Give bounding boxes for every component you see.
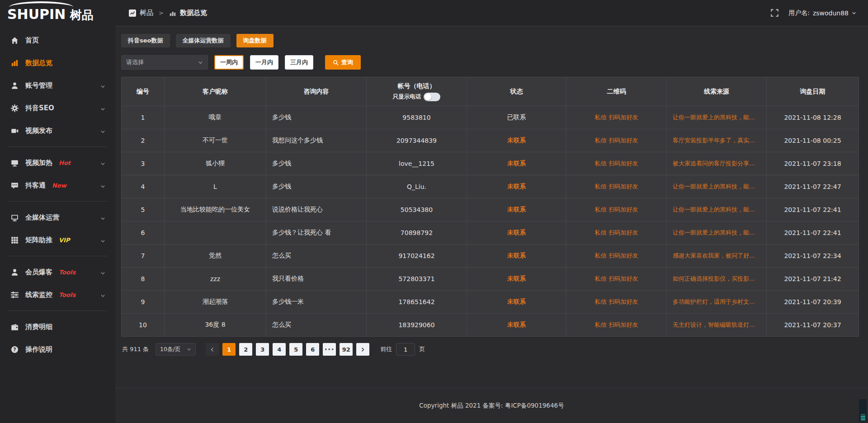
cell-account: 917024162 bbox=[367, 244, 467, 268]
lead-source-link[interactable]: 让你一眼就爱上的黑科技，能... bbox=[673, 183, 755, 190]
next-page-button[interactable] bbox=[356, 343, 369, 356]
private-message-link[interactable]: 私信 bbox=[595, 252, 607, 259]
private-message-link[interactable]: 私信 bbox=[595, 206, 607, 213]
private-message-link[interactable]: 私信 bbox=[595, 229, 607, 236]
sidebar-item-home[interactable]: 首页 bbox=[0, 29, 115, 52]
lead-source-link[interactable]: 让你一眼就爱上的黑科技，能... bbox=[673, 114, 755, 121]
lead-source-link[interactable]: 让你一眼就爱上的黑科技，能... bbox=[673, 229, 755, 236]
footer: Copyright 树品 2021 备案号: 粤ICP备09019646号 bbox=[115, 388, 868, 423]
tab-douyin-seo-data[interactable]: 抖音seo数据 bbox=[121, 34, 170, 47]
table-row: 6多少钱？让我死心 看70898792未联系私信扫码加好友让你一眼就爱上的黑科技… bbox=[122, 221, 859, 244]
page-button-2[interactable]: 2 bbox=[239, 343, 252, 356]
private-message-link[interactable]: 私信 bbox=[595, 321, 607, 328]
page-button-92[interactable]: 92 bbox=[340, 343, 353, 356]
sidebar-item-label: 会员爆客 bbox=[25, 268, 52, 277]
prev-page-button[interactable] bbox=[206, 343, 219, 356]
cell-qrcode: 私信扫码加好友 bbox=[566, 152, 667, 175]
private-message-link[interactable]: 私信 bbox=[595, 160, 607, 167]
phone-toggle-row: 只显示电话 bbox=[367, 93, 467, 101]
cell-qrcode: 私信扫码加好友 bbox=[566, 129, 667, 152]
private-message-link[interactable]: 私信 bbox=[595, 298, 607, 305]
topbar: 树品 > 数据总览 用户名: zswodun88 bbox=[115, 0, 868, 26]
scan-add-friend-link[interactable]: 扫码加好友 bbox=[609, 252, 638, 259]
sidebar-item-consume-detail[interactable]: 消费明细 bbox=[0, 315, 115, 338]
sidebar-item-douyin-seo[interactable]: 抖音SEO bbox=[0, 97, 115, 119]
chevron-down-icon bbox=[852, 11, 856, 15]
cell-qrcode: 私信扫码加好友 bbox=[566, 244, 667, 268]
page-button-3[interactable]: 3 bbox=[256, 343, 269, 356]
tab-media-ops-data[interactable]: 全媒体运营数据 bbox=[176, 34, 231, 47]
sidebar-item-account-manage[interactable]: 账号管理 bbox=[0, 74, 115, 97]
lead-source-link[interactable]: 无主灯设计，智能磁吸轨道灯... bbox=[673, 321, 755, 328]
lead-source-link[interactable]: 让你一眼就爱上的黑科技，能... bbox=[673, 206, 755, 213]
sidebar-item-data-overview[interactable]: 数据总览 bbox=[0, 52, 115, 74]
lead-source-link[interactable]: 被大家追着问的客厅投影分享... bbox=[673, 160, 755, 167]
table-row: 1哦章多少钱9583810已联系私信扫码加好友让你一眼就爱上的黑科技，能...2… bbox=[122, 106, 859, 129]
scan-add-friend-link[interactable]: 扫码加好友 bbox=[609, 321, 638, 328]
sidebar-item-douketong[interactable]: 抖客通New bbox=[0, 174, 115, 197]
page-button-1[interactable]: 1 bbox=[222, 343, 236, 356]
scan-add-friend-link[interactable]: 扫码加好友 bbox=[609, 298, 638, 305]
page-ellipsis-button[interactable]: ••• bbox=[323, 343, 336, 356]
page-buttons: 123456•••92 bbox=[219, 343, 353, 356]
sidebar-item-member-burst[interactable]: 会员爆客Tools bbox=[0, 261, 115, 283]
cell-qrcode: 私信扫码加好友 bbox=[566, 106, 667, 129]
sidebar-item-matrix-boost[interactable]: 矩阵助推VIP bbox=[0, 229, 115, 251]
fullscreen-icon[interactable] bbox=[771, 9, 778, 17]
page-size-select[interactable]: 10条/页 bbox=[156, 343, 196, 356]
table-row: 1036度 8怎么买183929060未联系私信扫码加好友无主灯设计，智能磁吸轨… bbox=[122, 314, 859, 337]
range-button-0[interactable]: 一周内 bbox=[214, 55, 244, 70]
overlay-widget bbox=[859, 399, 867, 422]
page-button-6[interactable]: 6 bbox=[306, 343, 319, 356]
page-button-4[interactable]: 4 bbox=[273, 343, 286, 356]
chevron-down-icon bbox=[100, 160, 105, 165]
lead-source-link[interactable]: 多功能护栏灯，适用于乡村文... bbox=[673, 298, 755, 305]
sidebar-item-video-heat[interactable]: 视频加热Hot bbox=[0, 151, 115, 174]
private-message-link[interactable]: 私信 bbox=[595, 183, 607, 190]
private-message-link[interactable]: 私信 bbox=[595, 137, 607, 144]
tab-inquiry-data[interactable]: 询盘数据 bbox=[236, 34, 274, 47]
private-message-link[interactable]: 私信 bbox=[595, 275, 607, 282]
goto-page-input[interactable] bbox=[396, 343, 415, 356]
chevron-down-icon bbox=[100, 183, 105, 188]
cell-index: 7 bbox=[122, 244, 165, 268]
range-button-2[interactable]: 三月内 bbox=[285, 55, 313, 70]
scan-add-friend-link[interactable]: 扫码加好友 bbox=[609, 137, 638, 144]
sidebar-item-label: 首页 bbox=[25, 36, 39, 45]
search-button[interactable]: 查询 bbox=[325, 55, 361, 70]
sidebar-item-media-ops[interactable]: 全媒体运营 bbox=[0, 206, 115, 229]
sidebar-item-badge: New bbox=[52, 182, 66, 189]
breadcrumb: 树品 > 数据总览 bbox=[129, 9, 207, 17]
pagination-total: 共 911 条 bbox=[122, 345, 149, 353]
scan-add-friend-link[interactable]: 扫码加好友 bbox=[609, 160, 638, 167]
lead-source-link[interactable]: 感谢大家喜欢我家，被问了好... bbox=[673, 252, 755, 259]
lead-source-link[interactable]: 如何正确选择投影仪，买投影... bbox=[673, 275, 755, 282]
scan-add-friend-link[interactable]: 扫码加好友 bbox=[609, 183, 638, 190]
cell-date: 2021-11-07 22:41 bbox=[767, 221, 859, 244]
page-size-value: 10条/页 bbox=[160, 346, 180, 353]
sidebar-item-label: 数据总览 bbox=[25, 59, 52, 67]
sidebar-item-video-publish[interactable]: 视频发布 bbox=[0, 119, 115, 142]
private-message-link[interactable]: 私信 bbox=[595, 114, 607, 121]
user-menu[interactable]: 用户名: zswodun88 bbox=[788, 9, 856, 17]
range-button-1[interactable]: 一月内 bbox=[250, 55, 278, 70]
page-button-5[interactable]: 5 bbox=[289, 343, 302, 356]
filter-select[interactable]: 请选择 bbox=[121, 55, 208, 70]
filter-select-placeholder: 请选择 bbox=[126, 58, 144, 66]
breadcrumb-separator: > bbox=[159, 9, 164, 16]
scan-add-friend-link[interactable]: 扫码加好友 bbox=[609, 229, 638, 236]
sidebar-item-clue-monitor[interactable]: 线索监控Tools bbox=[0, 283, 115, 306]
cell-account: love__1215 bbox=[367, 152, 467, 175]
scan-add-friend-link[interactable]: 扫码加好友 bbox=[609, 275, 638, 282]
cell-content: 我想问这个多少钱 bbox=[266, 129, 367, 152]
column-header-label: 状态 bbox=[510, 88, 523, 95]
scan-add-friend-link[interactable]: 扫码加好友 bbox=[609, 114, 638, 121]
scan-add-friend-link[interactable]: 扫码加好友 bbox=[609, 206, 638, 213]
lead-source-link[interactable]: 客厅安装投影半年多了，真实... bbox=[673, 137, 755, 144]
sidebar-item-op-guide[interactable]: ?操作说明 bbox=[0, 338, 115, 361]
table-row: 9潮起潮落多少钱一米178651642未联系私信扫码加好友多功能护栏灯，适用于乡… bbox=[122, 291, 859, 314]
phone-only-toggle[interactable] bbox=[424, 93, 440, 101]
cell-index: 8 bbox=[122, 268, 165, 291]
breadcrumb-item-home[interactable]: 树品 bbox=[140, 9, 153, 17]
column-header-label: 询盘日期 bbox=[800, 88, 826, 95]
